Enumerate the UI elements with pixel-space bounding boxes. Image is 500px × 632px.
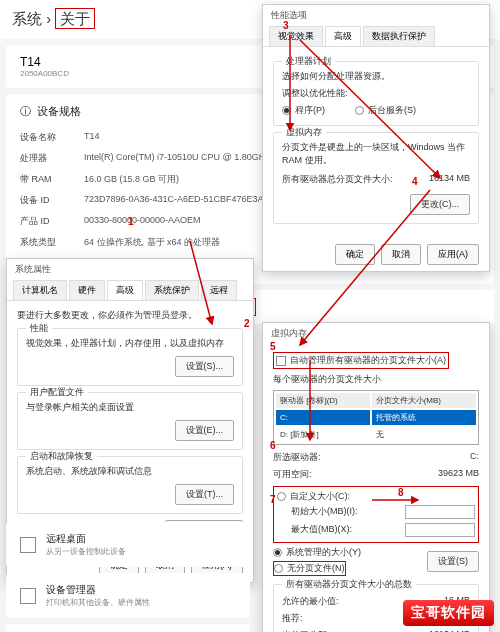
auto-manage-checkbox-row: 自动管理所有驱动器的分页文件大小(A) xyxy=(273,352,449,369)
tab-perf-advanced[interactable]: 高级 xyxy=(325,26,361,46)
perf-apply[interactable]: 应用(A) xyxy=(427,244,479,265)
marker-6: 6 xyxy=(270,440,276,451)
drive-table[interactable]: 驱动器 [卷标](D)分页文件大小(MB) C:托管的系统 D: [新加卷]无 xyxy=(273,390,479,445)
tab-remote[interactable]: 远程 xyxy=(201,280,237,300)
radio-custom-size[interactable]: 自定义大小(C): xyxy=(277,490,350,503)
initial-size-input[interactable] xyxy=(405,505,475,519)
marker-1: 1 xyxy=(128,216,134,227)
perf-ok[interactable]: 确定 xyxy=(335,244,375,265)
marker-4: 4 xyxy=(412,176,418,187)
marker-5: 5 xyxy=(270,341,276,352)
settings-item-remote-desktop[interactable]: 远程桌面从另一设备控制此设备 xyxy=(6,522,250,567)
tab-computer-name[interactable]: 计算机名 xyxy=(13,280,67,300)
sysprops-tabs: 计算机名 硬件 高级 系统保护 远程 xyxy=(7,280,253,301)
vmem-change-button[interactable]: 更改(C)... xyxy=(410,194,470,215)
perf-cancel[interactable]: 取消 xyxy=(381,244,421,265)
startup-settings-button[interactable]: 设置(T)... xyxy=(175,484,234,505)
tab-sysprotect[interactable]: 系统保护 xyxy=(145,280,199,300)
radio-no-paging[interactable]: 无分页文件(N) xyxy=(274,562,345,575)
drive-row-d: D: [新加卷]无 xyxy=(276,427,476,442)
marker-8: 8 xyxy=(398,487,404,498)
radio-programs[interactable]: 程序(P) xyxy=(282,104,325,117)
watermark: 宝哥软件园 xyxy=(403,600,494,626)
device-manager-icon xyxy=(20,588,36,604)
max-size-input[interactable] xyxy=(405,523,475,537)
settings-item-bitlocker[interactable]: BitLocker管理设备加密以帮助保护数据 xyxy=(6,624,250,632)
tab-dep[interactable]: 数据执行保护 xyxy=(363,26,435,46)
perf-settings-button[interactable]: 设置(S)... xyxy=(175,356,235,377)
tab-visual-effects[interactable]: 视觉效果 xyxy=(269,26,323,46)
info-icon: ⓘ xyxy=(20,104,31,119)
userprof-settings-button[interactable]: 设置(E)... xyxy=(175,420,235,441)
vmem-set-button[interactable]: 设置(S) xyxy=(427,551,479,572)
dialog-performance-options: 性能选项 视觉效果 高级 数据执行保护 处理器计划 选择如何分配处理器资源。 调… xyxy=(262,4,490,272)
tab-advanced[interactable]: 高级 xyxy=(107,280,143,300)
device-spec-title: 设备规格 xyxy=(37,104,81,119)
auto-manage-checkbox[interactable] xyxy=(276,356,286,366)
marker-2: 2 xyxy=(244,318,250,329)
radio-bg-services[interactable]: 后台服务(S) xyxy=(355,104,416,117)
breadcrumb-parent[interactable]: 系统 xyxy=(12,10,42,27)
remote-desktop-icon xyxy=(20,537,36,553)
tab-hardware[interactable]: 硬件 xyxy=(69,280,105,300)
radio-system-managed[interactable]: 系统管理的大小(Y) xyxy=(273,546,361,559)
marker-3: 3 xyxy=(283,20,289,31)
dialog-virtual-memory: 虚拟内存 自动管理所有驱动器的分页文件大小(A) 每个驱动器的分页文件大小 驱动… xyxy=(262,322,490,632)
settings-item-device-manager[interactable]: 设备管理器打印机和其他设备、硬件属性 xyxy=(6,573,250,618)
drive-row-c: C:托管的系统 xyxy=(276,410,476,425)
marker-7: 7 xyxy=(270,494,276,505)
breadcrumb-current: 关于 xyxy=(55,8,95,29)
